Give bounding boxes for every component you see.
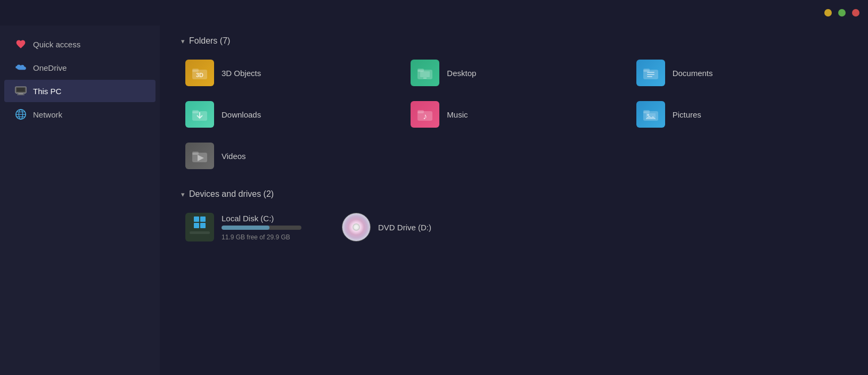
sidebar-label-quick-access: Quick access: [33, 40, 80, 49]
svg-rect-21: [647, 76, 652, 77]
hdd-icon: [185, 213, 214, 241]
folder-label-3dobjects: 3D Objects: [222, 69, 261, 78]
network-icon: [15, 109, 27, 120]
devices-section-title: Devices and drives (2): [189, 189, 274, 199]
sidebar-item-network[interactable]: Network: [4, 103, 155, 126]
svg-rect-23: [192, 110, 199, 113]
folder-icon-desktop: [411, 60, 439, 86]
svg-text:♪: ♪: [423, 112, 427, 121]
svg-rect-33: [192, 152, 199, 155]
folder-icon-videos: [185, 143, 214, 169]
folder-icon-documents: [636, 60, 665, 86]
svg-text:3D: 3D: [196, 72, 203, 78]
svg-rect-29: [643, 110, 650, 113]
devices-section-header[interactable]: ▾ Devices and drives (2): [181, 189, 847, 199]
svg-rect-18: [643, 69, 650, 72]
folder-item-3dobjects[interactable]: 3D 3D Objects: [181, 56, 396, 89]
windows-logo: [194, 216, 206, 228]
sidebar: Quick access OneDrive This PC: [0, 26, 160, 375]
sidebar-label-this-pc: This PC: [33, 87, 61, 96]
svg-rect-16: [423, 78, 427, 79]
thispc-icon: [15, 85, 27, 97]
folder-grid: 3D 3D Objects Desktop: [181, 56, 847, 172]
dvd-icon: [342, 213, 371, 241]
device-item-dvd-drive-d[interactable]: DVD Drive (D:): [338, 210, 436, 245]
device-name-local-disk-c: Local Disk (C:): [222, 214, 301, 223]
device-name-dvd-drive-d: DVD Drive (D:): [378, 223, 431, 232]
window-controls: [824, 9, 859, 16]
svg-rect-19: [647, 72, 654, 73]
minimize-button[interactable]: [824, 9, 832, 16]
device-item-local-disk-c[interactable]: Local Disk (C:) 11.9 GB free of 29.9 GB: [181, 210, 306, 245]
folder-item-documents[interactable]: Documents: [632, 56, 847, 89]
devices-chevron: ▾: [181, 190, 185, 198]
folder-icon-downloads: [185, 101, 214, 128]
folder-item-desktop[interactable]: Desktop: [406, 56, 621, 89]
onedrive-icon: [15, 62, 27, 73]
main-content: ▾ Folders (7) 3D 3D Objects: [160, 26, 868, 375]
title-bar: [0, 0, 868, 26]
dvd-inner: [353, 223, 360, 231]
folder-label-music: Music: [447, 110, 468, 119]
folder-item-downloads[interactable]: Downloads: [181, 98, 396, 131]
maximize-button[interactable]: [838, 9, 846, 16]
folders-section-header[interactable]: ▾ Folders (7): [181, 36, 847, 46]
folder-label-documents: Documents: [673, 69, 713, 78]
folder-icon-pictures: [636, 101, 665, 128]
folder-label-pictures: Pictures: [673, 110, 701, 119]
folder-icon-music: ♪: [411, 101, 439, 128]
folder-item-music[interactable]: ♪ Music: [406, 98, 621, 131]
drive-bar-fill: [222, 226, 269, 230]
folders-chevron: ▾: [181, 37, 185, 45]
heart-icon: [15, 38, 27, 50]
folder-label-downloads: Downloads: [222, 110, 261, 119]
folder-item-pictures[interactable]: Pictures: [632, 98, 847, 131]
sidebar-item-this-pc[interactable]: This PC: [4, 80, 155, 102]
folder-icon-3dobjects: 3D: [185, 60, 214, 86]
sidebar-item-quick-access[interactable]: Quick access: [4, 33, 155, 55]
sidebar-item-onedrive[interactable]: OneDrive: [4, 56, 155, 79]
folder-item-videos[interactable]: Videos: [181, 139, 396, 172]
svg-rect-15: [420, 71, 430, 77]
folder-label-videos: Videos: [222, 152, 246, 161]
sidebar-label-onedrive: OneDrive: [33, 63, 67, 72]
drive-bar-container: [222, 226, 301, 230]
svg-rect-3: [18, 94, 23, 95]
app-body: Quick access OneDrive This PC: [0, 26, 868, 375]
device-info-dvd-drive-d: DVD Drive (D:): [378, 223, 431, 232]
folder-label-desktop: Desktop: [447, 69, 476, 78]
close-button[interactable]: [852, 9, 859, 16]
drive-space-local-disk-c: 11.9 GB free of 29.9 GB: [222, 234, 301, 241]
svg-point-31: [647, 114, 649, 116]
svg-rect-2: [17, 88, 25, 92]
sidebar-label-network: Network: [33, 110, 62, 119]
devices-grid: Local Disk (C:) 11.9 GB free of 29.9 GB …: [181, 210, 847, 245]
svg-rect-4: [17, 94, 24, 95]
device-info-local-disk-c: Local Disk (C:) 11.9 GB free of 29.9 GB: [222, 214, 301, 241]
folders-section-title: Folders (7): [189, 36, 230, 46]
svg-rect-20: [647, 74, 654, 75]
